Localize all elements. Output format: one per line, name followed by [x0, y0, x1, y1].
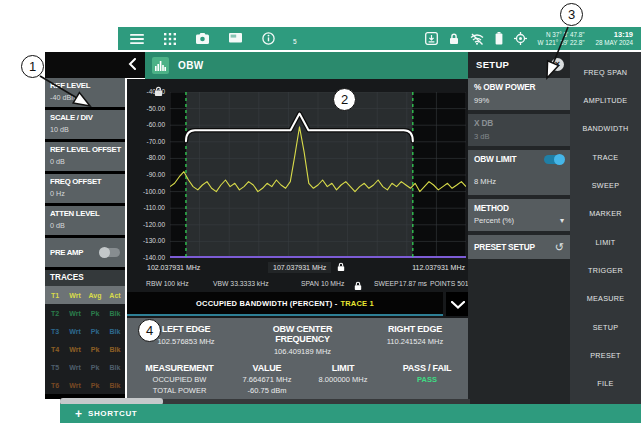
trace-mode: Wrt: [65, 364, 85, 371]
callout-1: 1: [21, 55, 44, 78]
trace-detector: Avg: [85, 292, 105, 299]
trace-row-t2[interactable]: T2WrtPkBlk: [45, 304, 125, 322]
wifi-off-icon[interactable]: [470, 33, 484, 45]
total-power-limit: [302, 386, 384, 395]
callout-3: 3: [560, 3, 583, 26]
obw-power-button[interactable]: % OBW POWER 99%: [468, 78, 570, 110]
obw-limit-label: OBW LIMIT: [474, 154, 516, 164]
trace-state: Act: [105, 292, 125, 299]
dropdown-caret-icon: ▾: [560, 216, 564, 225]
ref-level-label: REF LEVEL: [50, 81, 120, 90]
freq-offset-label: FREQ OFFSET: [50, 177, 120, 186]
trace-mode: Wrt: [65, 292, 85, 299]
amplitude-sidebar: REF LEVEL -40 dBm SCALE / DIV 10 dB REF …: [45, 78, 125, 399]
battery-icon[interactable]: [495, 32, 503, 45]
menu-item-sweep[interactable]: SWEEP: [570, 171, 641, 199]
trace-id: T1: [45, 292, 65, 299]
spectrum-tab-icon[interactable]: [152, 57, 169, 74]
tab-title[interactable]: OBW: [178, 60, 204, 71]
trace-id: T2: [45, 310, 65, 317]
trace-state: Blk: [105, 346, 125, 353]
ref-level-offset-label: REF LEVEL OFFSET: [50, 145, 120, 154]
trace-detector: Pk: [85, 310, 105, 317]
menu-item-file[interactable]: FILE: [570, 370, 641, 398]
obw-limit-toggle[interactable]: [544, 155, 564, 164]
y-axis-tick-label: -90.00: [147, 171, 165, 178]
trace-row-t3[interactable]: T3WrtPkBlk: [45, 322, 125, 340]
measurement-header-trace: TRACE 1: [340, 299, 374, 308]
y-axis-tick-label: -70.00: [147, 138, 165, 145]
trace-row-t4[interactable]: T4WrtPkBlk: [45, 340, 125, 358]
ref-level-button[interactable]: REF LEVEL -40 dBm: [45, 78, 125, 107]
y-axis-tick-label: -140.00: [143, 254, 165, 261]
plus-icon: +: [75, 408, 82, 420]
add-shortcut-button[interactable]: + SHORTCUT: [75, 408, 137, 420]
collapse-chevron-left-icon[interactable]: [128, 56, 136, 74]
pre-amp-button[interactable]: PRE AMP: [45, 238, 125, 267]
lock-icon[interactable]: [449, 33, 459, 45]
traces-section-label: TRACES: [45, 270, 125, 286]
method-dropdown[interactable]: METHOD Percent (%) ▾: [468, 199, 570, 231]
reset-icon: ↺: [555, 242, 564, 253]
trace-row-t1[interactable]: T1WrtAvgAct: [45, 286, 125, 304]
spectrum-plot[interactable]: [170, 92, 466, 258]
preset-setup-button[interactable]: PRESET SETUP ↺: [468, 235, 570, 259]
obw-limit-button[interactable]: OBW LIMIT 8 MHz: [468, 150, 570, 195]
menu-item-freq-span[interactable]: FREQ SPAN: [570, 58, 641, 86]
trace-state: Blk: [105, 382, 125, 389]
menu-item-bandwidth[interactable]: BANDWIDTH: [570, 115, 641, 143]
menu-item-setup[interactable]: SETUP: [570, 313, 641, 341]
menu-item-limit[interactable]: LIMIT: [570, 228, 641, 256]
display-icon[interactable]: [229, 33, 242, 44]
menu-item-measure[interactable]: MEASURE: [570, 285, 641, 313]
right-edge-value: 110.241524 MHz: [360, 337, 470, 346]
y-axis-tick-label: -130.00: [143, 237, 165, 244]
camera-icon[interactable]: [196, 33, 209, 44]
setup-panel-title: SETUP: [476, 59, 509, 70]
atten-level-button[interactable]: ATTEN LEVEL 0 dB: [45, 206, 125, 235]
measurement-column-header: MEASUREMENT: [127, 363, 232, 373]
menu-item-trace[interactable]: TRACE: [570, 143, 641, 171]
apps-grid-icon[interactable]: [164, 33, 176, 45]
occupied-bw-pass-fail: PASS: [384, 375, 470, 384]
rbw-label: RBW 100 kHz: [146, 280, 189, 287]
scale-div-value: 10 dB: [50, 125, 120, 134]
ref-level-offset-button[interactable]: REF LEVEL OFFSET 0 dB: [45, 142, 125, 171]
x-db-value: 3 dB: [474, 132, 564, 141]
callout-2: 2: [333, 88, 356, 111]
gps-latitude: N 37° 8' 47.8": [538, 31, 585, 39]
save-file-icon[interactable]: [425, 32, 438, 45]
pre-amp-toggle[interactable]: [100, 248, 120, 257]
scale-div-button[interactable]: SCALE / DIV 10 dB: [45, 110, 125, 139]
menu-item-preset[interactable]: PRESET: [570, 341, 641, 369]
obw-center-frequency-header: OBW CENTER FREQUENCY: [245, 324, 360, 344]
y-axis-tick-label: -60.00: [147, 121, 165, 128]
close-icon[interactable]: ×: [551, 58, 564, 71]
chevron-down-icon: [451, 295, 465, 313]
trace-mode: Wrt: [65, 328, 85, 335]
occupied-bw-name: OCCUPIED BW: [127, 375, 232, 384]
info-icon[interactable]: [262, 32, 275, 45]
trace-row-t5[interactable]: T5WrtPkBlk: [45, 358, 125, 376]
trace-state: Blk: [105, 364, 125, 371]
y-axis: -40.00-50.00-60.00-70.00-80.00-90.00-100…: [127, 79, 167, 271]
bottom-bar: + SHORTCUT: [60, 404, 641, 423]
menu-item-marker[interactable]: MARKER: [570, 200, 641, 228]
date: 28 MAY 2024: [595, 39, 633, 47]
chart-zone: -40.00-50.00-60.00-70.00-80.00-90.00-100…: [127, 79, 470, 399]
frequency-axis: 102.037931 MHz 107.037931 MHz 112.037931…: [127, 262, 470, 276]
trace-id: T3: [45, 328, 65, 335]
trace-row-t6[interactable]: T6WrtPkBlk: [45, 376, 125, 394]
collapse-results-button[interactable]: [446, 292, 470, 316]
menu-icon[interactable]: [130, 33, 144, 45]
occupied-bw-value: 7.664671 MHz: [232, 375, 302, 384]
y-axis-tick-label: -100.00: [143, 188, 165, 195]
freq-offset-button[interactable]: FREQ OFFSET 0 Hz: [45, 174, 125, 203]
gps-icon[interactable]: [514, 32, 527, 45]
pass-fail-column-header: PASS / FAIL: [384, 363, 470, 373]
start-frequency-label: 102.037931 MHz: [147, 264, 200, 271]
menu-item-trigger[interactable]: TRIGGER: [570, 256, 641, 284]
menu-item-amplitude[interactable]: AMPLITUDE: [570, 86, 641, 114]
center-frequency-label: 107.037931 MHz: [268, 262, 331, 273]
measurement-header-title: OCCUPIED BANDWIDTH (PERCENT) -: [196, 299, 337, 308]
